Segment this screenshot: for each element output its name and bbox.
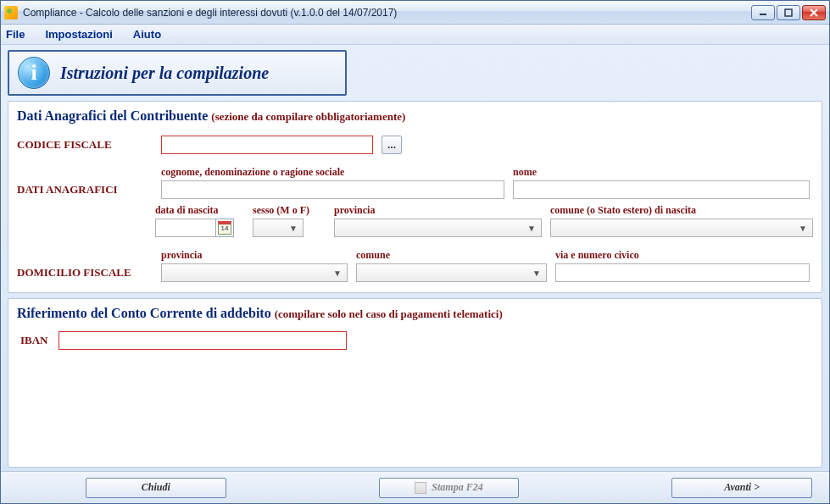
iban-label: IBAN: [17, 334, 48, 347]
conto-title: Riferimento del Conto Corrente di addebi…: [17, 306, 271, 320]
iban-input[interactable]: [58, 331, 347, 350]
chiudi-button[interactable]: Chiudi: [86, 478, 226, 498]
conto-subtitle: (compilare solo nel caso di pagamenti te…: [275, 307, 503, 320]
calendar-button[interactable]: 14: [215, 219, 234, 237]
anagrafica-heading: Dati Anagrafici del Contribuente (sezion…: [17, 108, 813, 124]
anagrafica-panel: Dati Anagrafici del Contribuente (sezion…: [8, 101, 822, 293]
data-nascita-input[interactable]: [155, 219, 216, 237]
calendar-icon: 14: [218, 221, 231, 235]
codice-fiscale-lookup-button[interactable]: ...: [382, 136, 402, 154]
chevron-down-icon: ▼: [799, 224, 807, 233]
content-area: i Istruzioni per la compilazione Dati An…: [1, 45, 829, 471]
conto-panel: Riferimento del Conto Corrente di addebi…: [8, 298, 822, 468]
menu-aiuto[interactable]: Aiuto: [133, 28, 161, 41]
menubar: File Impostazioni Aiuto: [1, 25, 829, 45]
avanti-button[interactable]: Avanti >: [671, 478, 812, 498]
dati-anagrafici-label: DATI ANAGRAFICI: [17, 183, 153, 199]
chevron-down-icon: ▼: [289, 224, 298, 233]
sesso-label: sesso (M o F): [253, 204, 326, 217]
nome-input[interactable]: [513, 180, 810, 199]
dom-provincia-combo[interactable]: ▼: [161, 263, 348, 282]
print-icon: [415, 482, 426, 494]
app-icon: [4, 6, 18, 19]
menu-impostazioni[interactable]: Impostazioni: [45, 28, 112, 41]
dom-via-input[interactable]: [555, 263, 810, 282]
svg-rect-1: [785, 9, 792, 16]
nome-label: nome: [513, 166, 810, 179]
dom-provincia-label: provincia: [161, 249, 348, 262]
provincia-nascita-combo[interactable]: ▼: [334, 219, 542, 237]
window-controls: [751, 5, 826, 20]
cognome-input[interactable]: [161, 180, 504, 199]
dom-comune-label: comune: [356, 249, 547, 262]
info-icon: i: [18, 57, 50, 89]
anagrafica-subtitle: (sezione da compilare obbligatoriamente): [211, 110, 405, 123]
conto-heading: Riferimento del Conto Corrente di addebi…: [17, 306, 813, 321]
titlebar: Compliance - Calcolo delle sanzioni e de…: [1, 1, 829, 25]
comune-nascita-combo[interactable]: ▼: [550, 219, 813, 237]
instructions-button[interactable]: i Istruzioni per la compilazione: [8, 50, 347, 96]
chevron-down-icon: ▼: [333, 269, 342, 278]
comune-nascita-label: comune (o Stato estero) di nascita: [550, 204, 813, 217]
window-title: Compliance - Calcolo delle sanzioni e de…: [23, 7, 397, 19]
chevron-down-icon: ▼: [532, 269, 541, 278]
codice-fiscale-label: CODICE FISCALE: [17, 138, 153, 152]
instructions-label: Istruzioni per la compilazione: [60, 64, 269, 83]
cognome-label: cognome, denominazione o ragione sociale: [161, 166, 504, 179]
stampa-label: Stampa F24: [432, 481, 482, 494]
minimize-button[interactable]: [751, 5, 775, 20]
domicilio-fiscale-label: DOMICILIO FISCALE: [17, 266, 153, 282]
data-nascita-label: data di nascita: [155, 204, 244, 217]
menu-file[interactable]: File: [6, 28, 25, 41]
sesso-combo[interactable]: ▼: [253, 219, 304, 237]
anagrafica-title: Dati Anagrafici del Contribuente: [17, 108, 208, 123]
chevron-down-icon: ▼: [527, 224, 536, 233]
codice-fiscale-input[interactable]: [161, 136, 373, 154]
maximize-button[interactable]: [777, 5, 800, 20]
provincia-nascita-label: provincia: [334, 204, 542, 217]
bottom-bar: Chiudi Stampa F24 Avanti >: [1, 471, 829, 503]
app-window: Compliance - Calcolo delle sanzioni e de…: [0, 0, 830, 504]
dom-via-label: via e numero civico: [555, 249, 810, 262]
stampa-f24-button[interactable]: Stampa F24: [379, 478, 520, 498]
dom-comune-combo[interactable]: ▼: [356, 263, 547, 282]
close-button[interactable]: [802, 5, 826, 20]
